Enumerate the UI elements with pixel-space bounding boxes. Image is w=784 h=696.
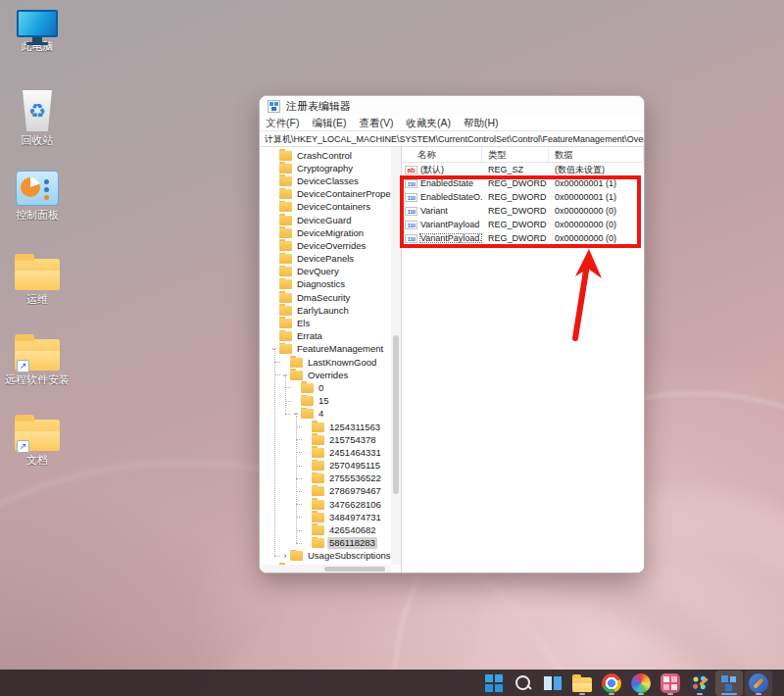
chevron-icon[interactable]: ›: [281, 552, 289, 560]
search-icon: [514, 673, 533, 693]
menu-item-3[interactable]: 收藏夹(A): [406, 117, 451, 130]
tree-item-label: 2755536522: [327, 472, 383, 484]
folder-icon: [279, 151, 292, 161]
tree-item-Errata[interactable]: Errata: [260, 330, 391, 343]
taskbar-paint-app-button[interactable]: [686, 671, 713, 696]
tree-item-label: 2786979467: [327, 485, 383, 497]
tree-guide-line: [296, 416, 297, 543]
tree-item-4[interactable]: › 4: [260, 408, 391, 421]
tree-item-DeviceMigration[interactable]: DeviceMigration: [260, 226, 391, 239]
address-bar[interactable]: 计算机\HKEY_LOCAL_MACHINE\SYSTEM\CurrentCon…: [260, 130, 644, 147]
folder-icon: [279, 344, 292, 354]
menu-item-2[interactable]: 查看(V): [359, 117, 393, 130]
taskbar-registry-editor-button[interactable]: [715, 671, 743, 696]
value-name: EnabledStateO...: [419, 192, 482, 202]
tree-item-Diagnostics[interactable]: Diagnostics: [260, 278, 391, 291]
folder-icon: [279, 293, 292, 303]
column-header-0[interactable]: 名称: [402, 147, 482, 162]
tree-item-DevQuery[interactable]: DevQuery: [260, 266, 391, 278]
taskbar-color-browser-button[interactable]: [627, 671, 655, 696]
window-body: CrashControl Cryptography DeviceClasses …: [260, 147, 644, 573]
value-row-EnabledStateO...[interactable]: 110 EnabledStateO... REG_DWORD 0x0000000…: [402, 190, 644, 204]
taskbar-chrome-button[interactable]: [598, 671, 625, 696]
tree-item-DevicePanels[interactable]: DevicePanels: [260, 253, 391, 266]
menu-item-1[interactable]: 编辑(E): [312, 117, 346, 130]
tree-item-426540682[interactable]: 426540682: [260, 523, 391, 536]
folder-icon: [312, 461, 324, 471]
file-explorer-icon: [572, 677, 592, 692]
taskbar-task-view-button[interactable]: [539, 671, 566, 696]
value-name: Variant: [419, 206, 482, 216]
desktop: 此电脑 ♻ 回收站 控制面板 运维 ↗ 远程软件安装 ↗ 文档: [0, 0, 784, 696]
tree-item-label: CrashControl: [295, 150, 354, 162]
tree-item-2786979467[interactable]: 2786979467: [260, 485, 391, 498]
scrollbar-thumb[interactable]: [324, 567, 385, 572]
menu-item-4[interactable]: 帮助(H): [464, 117, 499, 130]
tree-vertical-scrollbar[interactable]: [391, 147, 401, 565]
tree-item-EarlyLaunch[interactable]: EarlyLaunch: [260, 304, 391, 317]
tree-item-label: 3476628106: [327, 499, 383, 511]
tree-item-DeviceGuard[interactable]: DeviceGuard: [260, 214, 391, 226]
tree-item-2570495115[interactable]: 2570495115: [260, 460, 391, 472]
tree-item-FeatureManagement[interactable]: › FeatureManagement: [260, 343, 391, 356]
tree-item-CrashControl[interactable]: CrashControl: [260, 149, 391, 162]
value-type: REG_SZ: [482, 165, 549, 174]
tree-item-586118283[interactable]: 586118283: [260, 537, 391, 550]
tree-item-label: 2570495115: [327, 460, 382, 472]
tree-item-Cryptography[interactable]: Cryptography: [260, 162, 391, 174]
folder-icon: [312, 538, 324, 548]
value-data: 0x00000000 (0): [549, 220, 644, 229]
value-row-VariantPayload[interactable]: 110 VariantPayload REG_DWORD 0x00000000 …: [402, 218, 644, 231]
tree-item-label: Diagnostics: [295, 278, 347, 290]
taskbar-start-button[interactable]: [480, 671, 508, 696]
scrollbar-thumb[interactable]: [393, 335, 399, 494]
value-data: 0x00000000 (0): [549, 233, 644, 243]
tree-item-label: 586118283: [327, 537, 377, 549]
menu-item-0[interactable]: 文件(F): [266, 117, 299, 130]
taskbar-pink-app-button[interactable]: [657, 671, 684, 696]
tree-item-DmaSecurity[interactable]: DmaSecurity: [260, 291, 391, 304]
desktop-icon-folder-remote[interactable]: ↗ 远程软件安装: [4, 331, 71, 400]
tree-item-LastKnownGood[interactable]: LastKnownGood: [260, 356, 391, 369]
tree-item-Els[interactable]: Els: [260, 317, 391, 329]
column-header-2[interactable]: 数据: [549, 147, 644, 162]
taskbar-file-explorer-button[interactable]: [568, 671, 596, 696]
value-row-EnabledState[interactable]: 110 EnabledState REG_DWORD 0x00000001 (1…: [402, 176, 644, 190]
taskbar-round-app-button[interactable]: [745, 671, 772, 696]
tree-item-UsageSubscriptions[interactable]: › UsageSubscriptions: [260, 550, 391, 563]
folder-icon: [279, 319, 292, 328]
folder-icon: [312, 448, 324, 458]
tree-item-DeviceClasses[interactable]: DeviceClasses: [260, 174, 391, 187]
tree-item-215754378[interactable]: 215754378: [260, 433, 391, 446]
tree-item-3484974731[interactable]: 3484974731: [260, 511, 391, 523]
tree-item-label: 215754378: [327, 434, 378, 446]
folder-icon: [301, 396, 314, 406]
desktop-icon-control-panel[interactable]: 控制面板: [4, 171, 71, 239]
tree-item-15[interactable]: 15: [260, 395, 391, 408]
taskbar-search-button[interactable]: [510, 671, 537, 696]
tree-item-2755536522[interactable]: 2755536522: [260, 472, 391, 485]
tree-item-0[interactable]: 0: [260, 381, 391, 394]
value-list: ab (默认) REG_SZ (数值未设置) 110 EnabledState …: [402, 163, 644, 245]
desktop-icon-label: 控制面板: [16, 210, 59, 221]
tree-item-Overrides[interactable]: › Overrides: [260, 369, 391, 381]
value-row-Variant[interactable]: 110 Variant REG_DWORD 0x00000000 (0): [402, 204, 644, 218]
value-row-(默认)[interactable]: ab (默认) REG_SZ (数值未设置): [402, 163, 644, 176]
folder-icon: [290, 358, 303, 368]
tree-item-label: 4: [317, 408, 325, 420]
value-row-VariantPayload...[interactable]: 110 VariantPayload... REG_DWORD 0x000000…: [402, 231, 644, 245]
tree-item-DeviceContainers[interactable]: DeviceContainers: [260, 201, 391, 214]
title-bar[interactable]: 注册表编辑器: [260, 96, 644, 116]
tree-horizontal-scrollbar[interactable]: [260, 565, 391, 573]
desktop-icon-folder-ops[interactable]: 运维: [4, 251, 71, 320]
tree-item-1254311563[interactable]: 1254311563: [260, 421, 391, 433]
desktop-icon-recycle-bin[interactable]: ♻ 回收站: [4, 90, 71, 159]
desktop-icon-folder-docs[interactable]: ↗ 文档: [4, 412, 71, 480]
tree-item-3476628106[interactable]: 3476628106: [260, 498, 391, 511]
column-header-1[interactable]: 类型: [482, 147, 549, 162]
folder-icon: [279, 228, 292, 238]
tree-item-2451464331[interactable]: 2451464331: [260, 446, 391, 459]
tree-item-DeviceOverrides[interactable]: DeviceOverrides: [260, 239, 391, 252]
tree-item-DeviceContainerPropertyUpda[interactable]: DeviceContainerPropertyUpda: [260, 188, 391, 201]
desktop-icon-this-pc[interactable]: 此电脑: [4, 10, 71, 78]
